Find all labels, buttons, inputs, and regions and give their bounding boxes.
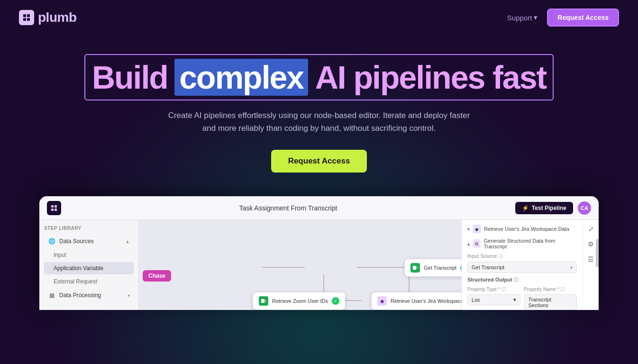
svg-marker-16	[417, 267, 418, 269]
headline-build: Build	[92, 59, 168, 96]
panel-generate-row[interactable]: ▴ ⚙ Generate Structured Data from Transc…	[467, 238, 577, 249]
structured-output-container: Structured Output ⓘ Property Type * ⓘ	[467, 277, 577, 310]
support-button[interactable]: Support ▾	[507, 13, 538, 22]
user-avatar: CA	[578, 201, 591, 215]
input-source-info-icon: ⓘ	[498, 254, 503, 259]
request-access-nav-button[interactable]: Request Access	[547, 9, 619, 27]
node-get-transcript[interactable]: Get Transcript ✓	[404, 259, 461, 277]
chevron-down-icon: ▾	[534, 13, 538, 22]
settings-icon[interactable]: ⚙	[586, 239, 596, 249]
navbar: plumb Support ▾ Request Access	[0, 0, 638, 35]
headline-complex: complex	[174, 59, 308, 96]
sidebar-item-external-request[interactable]: External Request	[44, 275, 134, 288]
sidebar-item-input[interactable]: Input	[44, 249, 134, 261]
panel-jira-row[interactable]: ▾ ◆ Retrieve User's Jira Workspace Data	[467, 225, 577, 233]
globe-icon: 🌐	[48, 237, 55, 245]
logo[interactable]: plumb	[19, 10, 77, 25]
svg-rect-5	[55, 205, 57, 208]
lightning-icon: ⚡	[522, 205, 529, 211]
app-topbar-right: ⚡ Test Pipeline CA	[515, 201, 591, 215]
hero-subtitle: Create AI pipelines effortlessly using o…	[167, 109, 471, 135]
app-right-panel: ▾ ◆ Retrieve User's Jira Workspace Data …	[461, 220, 599, 310]
generate-panel-icon: ⚙	[473, 239, 481, 248]
chevron-down-icon2: ▾	[128, 293, 130, 298]
svg-rect-3	[27, 18, 30, 21]
sidebar-item-data-processing[interactable]: ▦ Data Processing ▾	[44, 289, 134, 302]
svg-rect-1	[27, 14, 30, 17]
property-type-label: Property Type * ⓘ	[467, 286, 520, 293]
collapse-icon-jira: ▾	[467, 227, 470, 232]
node-zoom-check-icon: ✓	[332, 297, 339, 305]
property-name-label: Property Name * ⓘ	[524, 286, 577, 293]
property-name-input[interactable]: Transcript Sections	[524, 294, 577, 310]
input-source-value: Get Transcript	[472, 264, 504, 270]
video-icon	[410, 263, 420, 273]
node-check-icon: ✓	[460, 264, 461, 272]
sidebar-item-data-sources[interactable]: 🌐 Data Sources ▲	[44, 235, 134, 248]
test-pipeline-button[interactable]: ⚡ Test Pipeline	[515, 202, 573, 214]
sidebar-item-application-variable[interactable]: Application Variable	[44, 262, 134, 274]
headline-border: Build complex AI pipelines fast	[84, 54, 554, 100]
property-name-field: Property Name * ⓘ Transcript Sections	[524, 286, 577, 310]
input-source-container: Input Source ⓘ Get Transcript ▾	[467, 253, 577, 273]
app-title: Task Assignment From Transcript	[239, 204, 337, 212]
list-icon[interactable]: ☰	[586, 254, 596, 264]
node-transcript-label: Get Transcript	[424, 265, 456, 271]
svg-marker-18	[265, 300, 266, 302]
nav-right: Support ▾ Request Access	[507, 9, 619, 27]
node-retrieve-zoom[interactable]: Retrieve Zoom User IDs ✓	[253, 292, 346, 310]
right-panel-inner: ▾ ◆ Retrieve User's Jira Workspace Data …	[462, 220, 599, 310]
logo-icon	[19, 10, 34, 25]
app-sidebar: STEP LIBRARY 🌐 Data Sources ▲ Input Appl…	[39, 220, 139, 310]
chevron-up-icon: ▲	[125, 239, 130, 244]
panel-grid: Property Type * ⓘ List ▾	[467, 286, 577, 310]
node-jira-label: Retrieve User's Jira Workspace Data	[391, 298, 461, 304]
panel-section-jira: ▾ ◆ Retrieve User's Jira Workspace Data	[467, 225, 577, 233]
grid-icon: ▦	[48, 291, 55, 299]
svg-rect-6	[51, 209, 54, 211]
panel-generate-label: Generate Structured Data from Transcript	[483, 238, 577, 249]
select-chevron-icon: ▾	[570, 265, 573, 270]
zoom-icon	[259, 296, 268, 306]
app-canvas[interactable]: Get Transcript ✓ Retrieve Zoom User IDs …	[139, 220, 461, 310]
headline-ai-pipelines: AI pipelines fast	[315, 59, 546, 96]
chase-tooltip: Chase	[143, 270, 171, 282]
app-topbar: Task Assignment From Transcript ⚡ Test P…	[39, 196, 599, 220]
scrollbar[interactable]	[596, 239, 599, 267]
app-logo-icon	[47, 201, 61, 215]
input-source-select[interactable]: Get Transcript ▾	[467, 262, 577, 273]
hero-section: Build complex AI pipelines fast Create A…	[0, 35, 638, 196]
collapse-icon-generate: ▴	[467, 241, 470, 246]
input-source-label: Input Source ⓘ	[467, 253, 577, 260]
svg-rect-17	[261, 299, 264, 303]
sidebar-section-title: STEP LIBRARY	[44, 226, 134, 231]
node-retrieve-jira[interactable]: ◆ Retrieve User's Jira Workspace Data ✓	[371, 292, 461, 310]
right-panel-main: ▾ ◆ Retrieve User's Jira Workspace Data …	[462, 220, 583, 310]
svg-rect-0	[23, 14, 26, 17]
panel-section-generate: ▴ ⚙ Generate Structured Data from Transc…	[467, 238, 577, 310]
property-name-info-icon: ⓘ	[560, 287, 565, 292]
svg-rect-2	[23, 18, 26, 21]
svg-rect-7	[55, 209, 57, 211]
logo-text: plumb	[38, 10, 77, 25]
expand-icon[interactable]: ⤢	[586, 224, 596, 234]
structured-output-info-icon: ⓘ	[514, 277, 519, 282]
panel-jira-label: Retrieve User's Jira Workspace Data	[484, 226, 569, 232]
structured-output-label: Structured Output ⓘ	[467, 277, 577, 283]
hero-cta-button[interactable]: Request Access	[271, 150, 367, 173]
property-type-info-icon: ⓘ	[501, 287, 506, 292]
support-label: Support	[507, 14, 532, 22]
svg-rect-4	[51, 205, 54, 208]
jira-panel-icon: ◆	[473, 225, 481, 233]
node-zoom-label: Retrieve Zoom User IDs	[272, 298, 328, 304]
svg-rect-15	[413, 266, 416, 270]
property-type-field: Property Type * ⓘ List ▾	[467, 286, 520, 310]
hero-headline: Build complex AI pipelines fast	[0, 54, 638, 100]
property-type-select[interactable]: List ▾	[467, 294, 520, 305]
property-type-chevron: ▾	[513, 297, 516, 303]
jira-icon: ◆	[377, 296, 387, 306]
app-preview: Task Assignment From Transcript ⚡ Test P…	[39, 196, 599, 310]
